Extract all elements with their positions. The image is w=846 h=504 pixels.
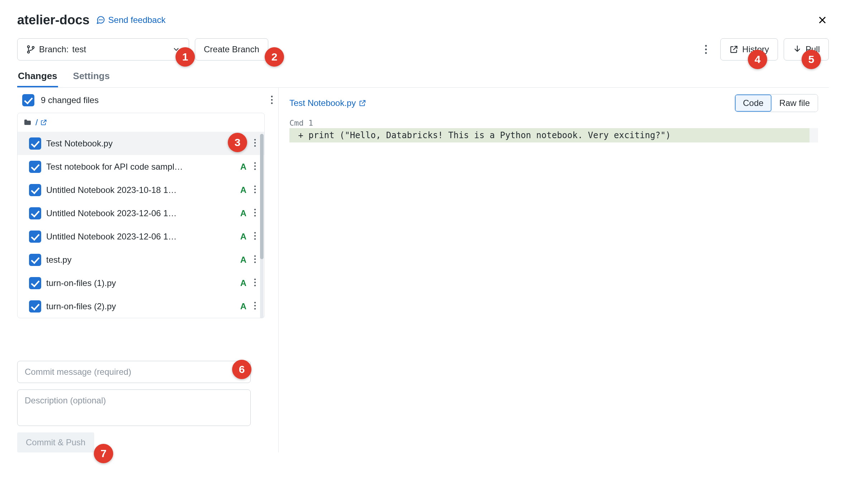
create-branch-button[interactable]: Create Branch xyxy=(195,38,268,60)
file-more-button[interactable] xyxy=(251,160,259,173)
download-icon xyxy=(793,45,802,54)
dots-vertical-icon xyxy=(254,301,256,310)
file-row[interactable]: Untitled Notebook 2023-12-06 1…A xyxy=(18,202,264,225)
file-status-badge: A xyxy=(240,255,246,265)
svg-point-16 xyxy=(254,165,256,167)
send-feedback-link[interactable]: Send feedback xyxy=(96,15,165,25)
svg-point-17 xyxy=(254,169,256,170)
file-status-badge: A xyxy=(240,208,246,218)
svg-point-6 xyxy=(705,45,707,47)
dots-vertical-icon xyxy=(254,255,256,264)
svg-point-31 xyxy=(254,282,256,283)
diff-cmd-label: Cmd 1 xyxy=(289,118,818,127)
diff-panel: Test Notebook.py Code Raw file Cmd 1 + p… xyxy=(279,88,829,452)
commit-form: Commit & Push xyxy=(17,361,264,452)
file-more-button[interactable] xyxy=(251,276,259,290)
file-more-button[interactable] xyxy=(251,207,259,220)
diff-file-link[interactable]: Test Notebook.py xyxy=(289,98,366,108)
file-name: turn-on-files (2).py xyxy=(46,301,116,311)
folder-root-link[interactable]: / xyxy=(35,117,47,127)
branch-name: test xyxy=(72,44,86,54)
diff-header-row: Test Notebook.py Code Raw file xyxy=(289,94,818,112)
file-more-button[interactable] xyxy=(251,230,259,243)
file-name: Untitled Notebook 2023-12-06 1… xyxy=(46,232,177,242)
file-checkbox[interactable] xyxy=(29,161,41,173)
file-list-scrollbar[interactable] xyxy=(260,134,264,318)
callout-5: 5 xyxy=(802,50,821,69)
svg-point-25 xyxy=(254,235,256,237)
file-checkbox[interactable] xyxy=(29,231,41,243)
file-list[interactable]: Test Notebook.pyATest notebook for API c… xyxy=(18,132,264,318)
dots-vertical-icon xyxy=(254,138,256,147)
changed-files-header: 9 changed files xyxy=(17,88,278,113)
file-checkbox[interactable] xyxy=(29,207,41,219)
view-toggle-code[interactable]: Code xyxy=(735,94,771,112)
svg-point-12 xyxy=(254,139,256,140)
file-more-button[interactable] xyxy=(251,300,259,313)
svg-point-7 xyxy=(705,49,707,50)
select-all-checkbox[interactable] xyxy=(22,94,34,106)
diff-added-line: + print ("Hello, Databricks! This is a P… xyxy=(289,128,818,142)
svg-point-14 xyxy=(254,145,256,147)
svg-point-11 xyxy=(271,102,273,104)
changes-more-button[interactable] xyxy=(270,95,273,106)
close-button[interactable] xyxy=(816,14,829,26)
panel-tabs: Changes Settings xyxy=(17,68,829,87)
svg-point-8 xyxy=(705,52,707,54)
tab-changes[interactable]: Changes xyxy=(17,68,58,87)
svg-point-0 xyxy=(99,20,100,20)
toolbar-more-button[interactable] xyxy=(697,38,715,60)
repo-title: atelier-docs xyxy=(17,13,90,28)
svg-point-19 xyxy=(254,189,256,190)
file-name: test.py xyxy=(46,255,72,265)
branch-prefix-label: Branch: xyxy=(39,44,69,54)
dots-vertical-icon xyxy=(254,185,256,194)
feedback-icon xyxy=(96,15,105,25)
file-more-button[interactable] xyxy=(251,137,259,150)
dots-vertical-icon xyxy=(254,208,256,217)
folder-root-row: / xyxy=(18,113,264,132)
file-checkbox[interactable] xyxy=(29,184,41,196)
file-checkbox[interactable] xyxy=(29,300,41,312)
file-row[interactable]: Untitled Notebook 2023-10-18 1…A xyxy=(18,178,264,202)
callout-7: 7 xyxy=(94,444,113,463)
svg-point-15 xyxy=(254,162,256,164)
file-more-button[interactable] xyxy=(251,253,259,266)
file-name: Untitled Notebook 2023-12-06 1… xyxy=(46,208,177,218)
changed-files-count: 9 changed files xyxy=(41,95,98,105)
svg-point-1 xyxy=(101,20,101,20)
svg-point-10 xyxy=(271,99,273,101)
scrollbar-thumb[interactable] xyxy=(260,134,264,259)
file-checkbox[interactable] xyxy=(29,137,41,150)
file-more-button[interactable] xyxy=(251,183,259,197)
file-row[interactable]: turn-on-files (2).pyA xyxy=(18,295,264,318)
dots-vertical-icon xyxy=(270,95,273,105)
svg-point-32 xyxy=(254,285,256,286)
file-name: Test Notebook.py xyxy=(46,139,112,149)
file-status-badge: A xyxy=(240,185,246,195)
branch-selector[interactable]: Branch: test xyxy=(17,38,189,60)
file-row[interactable]: Test Notebook.pyA xyxy=(18,132,264,155)
callout-6: 6 xyxy=(232,360,251,379)
file-checkbox[interactable] xyxy=(29,277,41,289)
file-row[interactable]: test.pyA xyxy=(18,248,264,271)
view-toggle-raw[interactable]: Raw file xyxy=(772,94,818,112)
commit-description-input[interactable] xyxy=(17,389,251,426)
file-status-badge: A xyxy=(240,301,246,311)
svg-point-28 xyxy=(254,258,256,260)
svg-point-34 xyxy=(254,305,256,306)
file-row[interactable]: Untitled Notebook 2023-12-06 1…A xyxy=(18,225,264,248)
commit-push-button[interactable]: Commit & Push xyxy=(17,432,94,452)
tab-settings[interactable]: Settings xyxy=(72,68,111,87)
callout-1: 1 xyxy=(176,47,195,67)
create-branch-label: Create Branch xyxy=(204,44,259,54)
svg-point-27 xyxy=(254,255,256,257)
file-checkbox[interactable] xyxy=(29,254,41,266)
file-row[interactable]: turn-on-files (1).pyA xyxy=(18,271,264,295)
main-split: 9 changed files / Test Notebook.p xyxy=(17,87,829,452)
dots-vertical-icon xyxy=(254,278,256,287)
commit-message-input[interactable] xyxy=(17,361,251,383)
file-row[interactable]: Test notebook for API code sampl…A xyxy=(18,155,264,178)
dialog-header: atelier-docs Send feedback xyxy=(17,13,829,28)
svg-point-29 xyxy=(254,262,256,263)
